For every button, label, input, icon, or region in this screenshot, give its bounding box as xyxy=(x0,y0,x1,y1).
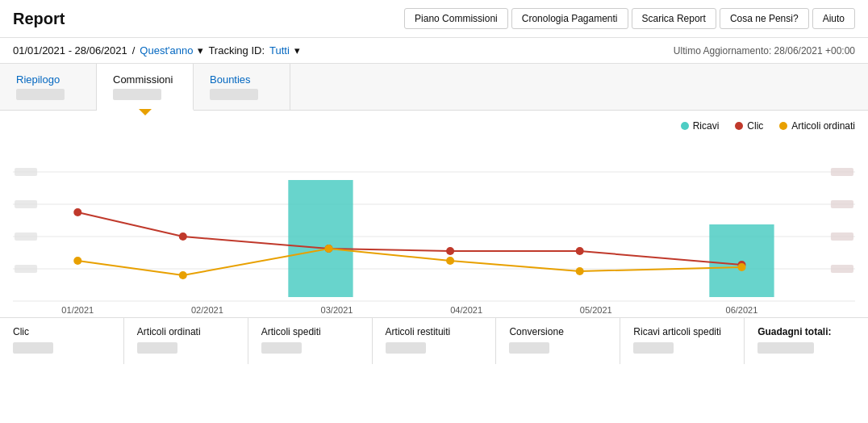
chart-container: 01/2021 02/2021 03/2021 04/2021 05/2021 … xyxy=(13,140,855,317)
tab-commissioni-label: Commissioni xyxy=(113,73,177,86)
col-clic-header: Clic xyxy=(13,326,111,337)
last-update: Ultimo Aggiornamento: 28/06/2021 +00:00 xyxy=(674,45,855,57)
tracking-chevron-icon: ▾ xyxy=(294,44,300,57)
sub-header-left: 01/01/2021 - 28/06/2021 / Quest'anno ▾ T… xyxy=(13,44,300,57)
dot-articoli-02 xyxy=(179,271,187,279)
page-title: Report xyxy=(13,10,65,28)
nav-piano-commissioni[interactable]: Piano Commissioni xyxy=(404,8,508,29)
dot-articoli-06 xyxy=(737,263,745,271)
col-guadagni-header: Guadagni totali: xyxy=(757,326,855,337)
articoli-label: Articoli ordinati xyxy=(791,120,855,132)
date-range: 01/01/2021 - 28/06/2021 xyxy=(13,44,127,57)
x-label-03: 03/2021 xyxy=(321,305,353,315)
ricavi-dot xyxy=(681,122,689,130)
tab-bounties[interactable]: Bounties xyxy=(194,64,290,110)
chart-legend: Ricavi Clic Articoli ordinati xyxy=(13,120,855,132)
col-clic-value xyxy=(13,342,53,354)
tracking-label: Tracking ID: xyxy=(208,44,265,57)
col-guadagni-value xyxy=(757,342,814,354)
bar-ricavi-03 xyxy=(288,180,353,297)
col-conv-value xyxy=(509,342,549,354)
dot-clic-01 xyxy=(73,208,81,216)
cell-guadagni: Guadagni totali: xyxy=(745,318,868,364)
dot-articoli-01 xyxy=(73,257,81,265)
top-nav: Piano Commissioni Cronologia Pagamenti S… xyxy=(404,8,855,29)
nav-cronologia-pagamenti[interactable]: Cronologia Pagamenti xyxy=(511,8,628,29)
svg-rect-11 xyxy=(15,232,37,241)
dot-clic-04 xyxy=(446,247,454,255)
nav-aiuto[interactable]: Aiuto xyxy=(812,8,855,29)
svg-rect-6 xyxy=(831,200,853,208)
clic-dot xyxy=(735,122,743,130)
tab-bounties-label: Bounties xyxy=(210,73,273,86)
clic-label: Clic xyxy=(747,120,763,132)
dot-clic-02 xyxy=(179,232,187,241)
chart-svg: 01/2021 02/2021 03/2021 04/2021 05/2021 … xyxy=(13,140,855,317)
cell-conversione: Conversione xyxy=(496,318,620,364)
ricavi-label: Ricavi xyxy=(693,120,720,132)
sub-header: 01/01/2021 - 28/06/2021 / Quest'anno ▾ T… xyxy=(0,38,868,64)
svg-rect-10 xyxy=(15,200,37,208)
dot-articoli-05 xyxy=(576,267,584,275)
x-label-01: 01/2021 xyxy=(61,305,94,315)
col-articoli-sped-header: Articoli spediti xyxy=(261,326,359,337)
col-articoli-ord-header: Articoli ordinati xyxy=(137,326,235,337)
svg-rect-8 xyxy=(831,265,853,273)
col-ricavi-header: Ricavi articoli spediti xyxy=(633,326,731,337)
nav-scarica-report[interactable]: Scarica Report xyxy=(632,8,716,29)
svg-rect-12 xyxy=(15,265,37,273)
tabs: Riepilogo Commissioni Bounties xyxy=(0,64,868,111)
col-articoli-sped-value xyxy=(261,342,302,354)
dot-articoli-03 xyxy=(324,245,332,253)
col-articoli-rest-value xyxy=(386,342,426,354)
separator: / xyxy=(132,44,136,57)
tab-riepilogo[interactable]: Riepilogo xyxy=(0,64,97,110)
svg-rect-5 xyxy=(831,168,853,176)
tab-riepilogo-value xyxy=(16,89,65,100)
legend-ricavi: Ricavi xyxy=(681,120,720,132)
tab-riepilogo-label: Riepilogo xyxy=(16,73,80,86)
cell-articoli-restituiti: Articoli restituiti xyxy=(373,318,497,364)
tracking-selector[interactable]: Tutti xyxy=(269,44,290,57)
x-label-05: 05/2021 xyxy=(580,305,612,315)
nav-cosa-ne-pensi[interactable]: Cosa ne Pensi? xyxy=(720,8,809,29)
x-label-06: 06/2021 xyxy=(726,305,758,315)
dot-articoli-04 xyxy=(446,257,454,265)
period-selector[interactable]: Quest'anno xyxy=(140,44,193,57)
legend-clic: Clic xyxy=(735,120,763,132)
bottom-table: Clic Articoli ordinati Articoli spediti … xyxy=(0,317,868,364)
cell-ricavi-spediti: Ricavi articoli spediti xyxy=(620,318,745,364)
chevron-down-icon: ▾ xyxy=(198,44,203,57)
col-articoli-rest-header: Articoli restituiti xyxy=(386,326,483,337)
tab-commissioni-value xyxy=(113,89,161,100)
tab-bounties-value xyxy=(210,89,258,100)
cell-clic: Clic xyxy=(0,318,124,364)
top-bar: Report Piano Commissioni Cronologia Paga… xyxy=(0,0,868,38)
cell-articoli-spediti: Articoli spediti xyxy=(248,318,373,364)
svg-rect-7 xyxy=(831,232,853,241)
line-articoli xyxy=(77,249,741,275)
col-conv-header: Conversione xyxy=(509,326,607,337)
cell-articoli-ordinati: Articoli ordinati xyxy=(124,318,248,364)
x-label-04: 04/2021 xyxy=(450,305,482,315)
tab-commissioni[interactable]: Commissioni xyxy=(97,64,194,111)
chart-area: Ricavi Clic Articoli ordinati xyxy=(0,111,868,317)
svg-rect-9 xyxy=(15,168,37,176)
dot-clic-05 xyxy=(576,247,584,255)
legend-articoli-ordinati: Articoli ordinati xyxy=(779,120,855,132)
x-label-02: 02/2021 xyxy=(191,305,223,315)
col-articoli-ord-value xyxy=(137,342,177,354)
col-ricavi-value xyxy=(633,342,674,354)
articoli-dot xyxy=(779,122,787,130)
